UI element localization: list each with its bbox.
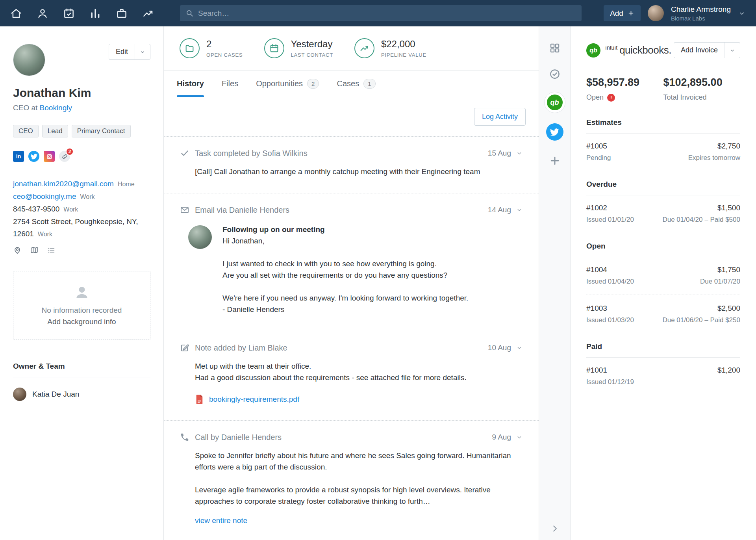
tasks-check-button[interactable] bbox=[549, 68, 561, 80]
chevron-down-icon bbox=[516, 434, 523, 441]
instagram-icon[interactable] bbox=[44, 151, 55, 162]
cases-count-badge: 1 bbox=[363, 79, 375, 89]
invoice-number[interactable]: #1003 bbox=[586, 304, 607, 313]
user-avatar[interactable] bbox=[648, 5, 664, 21]
nav-reports-button[interactable] bbox=[142, 7, 154, 19]
tab-files[interactable]: Files bbox=[222, 71, 238, 97]
tag-lead[interactable]: Lead bbox=[42, 125, 68, 137]
invoice-row[interactable]: #1004$1,750 Issued 01/04/20Due 01/07/20 bbox=[586, 257, 740, 287]
last-contact-stat[interactable]: YesterdayLAST CONTACT bbox=[264, 38, 333, 58]
invoice-amount: $1,200 bbox=[717, 366, 740, 375]
person-icon bbox=[37, 7, 48, 19]
phone-number[interactable]: 845-437-9500 bbox=[13, 205, 59, 213]
map-icon[interactable] bbox=[30, 246, 39, 254]
add-integration-button[interactable] bbox=[549, 155, 561, 167]
links-icon[interactable]: 2 bbox=[59, 151, 70, 162]
open-amount: $58,957.89 bbox=[586, 76, 663, 89]
view-entire-note-link[interactable]: view entire note bbox=[195, 516, 247, 525]
trend-icon bbox=[142, 7, 154, 19]
company-link[interactable]: Bookingly bbox=[40, 104, 72, 112]
nav-cases-button[interactable] bbox=[116, 7, 128, 19]
invoice-row[interactable]: #1002$1,500 Issued 01/01/20Due 01/04/20 … bbox=[586, 195, 740, 225]
open-cases-label: OPEN CASES bbox=[206, 52, 243, 58]
team-member-avatar bbox=[13, 388, 26, 401]
nav-pipeline-button[interactable] bbox=[89, 7, 101, 19]
envelope-icon bbox=[180, 205, 189, 215]
tab-history-label: History bbox=[177, 79, 204, 88]
list-icon[interactable] bbox=[47, 246, 56, 254]
tag-ceo[interactable]: CEO bbox=[13, 125, 39, 137]
add-background-action[interactable]: Add background info bbox=[21, 317, 142, 326]
invoice-number[interactable]: #1004 bbox=[586, 265, 607, 274]
search-icon bbox=[185, 9, 194, 17]
email-home-link[interactable]: jonathan.kim2020@gmail.com bbox=[13, 180, 114, 188]
estimates-section: Estimates #1005$2,750 PendingExpires tom… bbox=[586, 118, 740, 163]
log-activity-button[interactable]: Log Activity bbox=[474, 108, 526, 126]
tab-history[interactable]: History bbox=[177, 71, 204, 97]
global-search[interactable] bbox=[180, 5, 582, 21]
entry-menu-button[interactable] bbox=[516, 434, 523, 441]
contact-main: 2OPEN CASES YesterdayLAST CONTACT $22,00… bbox=[164, 26, 539, 540]
add-invoice-label[interactable]: Add Invoice bbox=[674, 43, 724, 58]
invoice-row[interactable]: #1005$2,750 PendingExpires tomorrow bbox=[586, 134, 740, 163]
entry-body: Spoke to Jennifer briefly about his futu… bbox=[195, 450, 523, 507]
social-links: in 2 bbox=[13, 151, 150, 162]
map-pin-icon[interactable] bbox=[13, 246, 22, 254]
entry-menu-button[interactable] bbox=[516, 150, 523, 157]
section-heading: Open bbox=[586, 242, 740, 257]
entry-header: Email via Danielle Henders bbox=[195, 206, 289, 215]
contact-name: Jonathan Kim bbox=[13, 86, 150, 100]
team-member-name[interactable]: Katia De Juan bbox=[32, 390, 79, 399]
invoice-number[interactable]: #1005 bbox=[586, 142, 607, 150]
invoice-number[interactable]: #1002 bbox=[586, 204, 607, 212]
invoice-due: Due 01/07/20 bbox=[700, 278, 740, 286]
contact-avatar[interactable] bbox=[13, 44, 45, 76]
entry-menu-button[interactable] bbox=[516, 344, 523, 351]
twitter-icon[interactable] bbox=[28, 151, 39, 162]
contact-tags: CEO Lead Primary Contact bbox=[13, 125, 150, 137]
quickbooks-panel-button[interactable]: qb bbox=[544, 92, 565, 113]
bar-chart-icon bbox=[89, 7, 101, 19]
tag-primary-contact[interactable]: Primary Contact bbox=[72, 125, 131, 137]
add-invoice-dropdown[interactable] bbox=[724, 43, 740, 58]
add-invoice-button[interactable]: Add Invoice bbox=[674, 42, 740, 58]
nav-tasks-button[interactable] bbox=[63, 7, 75, 19]
edit-button[interactable]: Edit bbox=[109, 44, 150, 60]
user-menu-button[interactable] bbox=[738, 9, 746, 17]
section-heading: Overdue bbox=[586, 180, 740, 195]
chevron-down-icon bbox=[516, 206, 523, 213]
tab-opportunities[interactable]: Opportunities2 bbox=[256, 71, 319, 97]
edit-dropdown-button[interactable] bbox=[135, 44, 150, 59]
chevron-down-icon bbox=[139, 49, 146, 55]
edit-button-label[interactable]: Edit bbox=[109, 44, 135, 59]
nav-people-button[interactable] bbox=[37, 7, 48, 19]
invoice-number[interactable]: #1001 bbox=[586, 366, 607, 375]
add-button[interactable]: Add bbox=[604, 5, 641, 21]
nav-home-button[interactable] bbox=[10, 7, 22, 19]
tab-cases-label: Cases bbox=[337, 79, 359, 88]
search-input[interactable] bbox=[198, 9, 576, 18]
address-actions bbox=[13, 246, 150, 254]
pipeline-stat[interactable]: $22,000PIPELINE VALUE bbox=[354, 38, 426, 58]
invoice-row[interactable]: #1001$1,200 Issued 01/12/19 bbox=[586, 358, 740, 388]
email-home-label: Home bbox=[118, 181, 135, 187]
instagram-camera-icon bbox=[46, 153, 53, 160]
attachment-link[interactable]: bookingly-requirements.pdf bbox=[209, 395, 299, 404]
tab-cases[interactable]: Cases1 bbox=[337, 71, 375, 97]
open-cases-stat[interactable]: 2OPEN CASES bbox=[180, 38, 243, 58]
chevron-down-icon bbox=[738, 9, 746, 17]
tab-files-label: Files bbox=[222, 79, 238, 88]
dashboard-grid-button[interactable] bbox=[549, 42, 561, 54]
linkedin-icon[interactable]: in bbox=[13, 151, 24, 162]
user-info: Charlie Armstrong Biomax Labs bbox=[671, 5, 731, 22]
entry-menu-button[interactable] bbox=[516, 206, 523, 213]
twitter-panel-button[interactable] bbox=[546, 123, 563, 141]
briefcase-icon bbox=[116, 7, 128, 19]
tab-opportunities-label: Opportunities bbox=[256, 79, 303, 88]
chevron-down-icon bbox=[516, 344, 523, 351]
email-work-link[interactable]: ceo@bookingly.me bbox=[13, 192, 76, 200]
collapse-panel-button[interactable] bbox=[550, 523, 560, 534]
background-info-box[interactable]: No information recorded Add background i… bbox=[13, 271, 150, 340]
invoice-row[interactable]: #1003$2,500 Issued 01/03/20Due 01/06/20 … bbox=[586, 295, 740, 326]
team-member-row[interactable]: Katia De Juan bbox=[13, 388, 150, 401]
